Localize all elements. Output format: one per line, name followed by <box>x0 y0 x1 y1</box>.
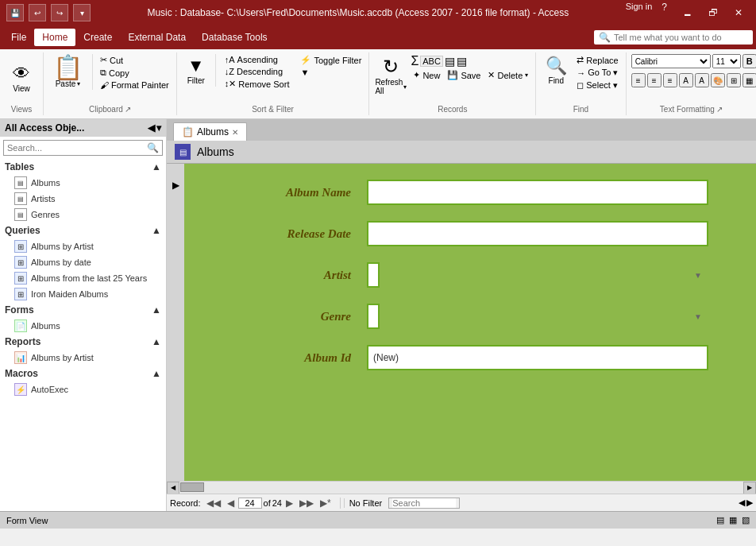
undo-btn[interactable]: ↩ <box>29 4 46 21</box>
menu-file[interactable]: File <box>3 29 34 46</box>
sidebar-section-queries[interactable]: Queries ▲ <box>0 223 166 238</box>
select-icon: ◻ <box>577 80 584 91</box>
filter-label: Filter <box>187 76 205 85</box>
clipboard-content: 📋 Paste ▾ ✂ Cut ⧉ Copy 🖌 <box>48 54 172 103</box>
text-formatting-content: Calibri 11 B I U ≡ ≡ ≡ A A 🎨 ⊞ ▦ <box>631 54 751 103</box>
filter-btn[interactable]: ▼ Filter <box>182 54 210 87</box>
menu-search-input[interactable] <box>614 33 748 42</box>
sidebar-item-albums-by-artist-query[interactable]: ⊞ Albums by Artist <box>0 238 166 254</box>
more-records-icon: ▤ <box>445 55 455 68</box>
filter-icon: ▼ <box>187 56 205 76</box>
format-painter-btn[interactable]: 🖌 Format Painter <box>98 79 172 91</box>
sidebar-section-reports[interactable]: Reports ▲ <box>0 334 166 350</box>
paste-dropdown-arrow[interactable]: ▾ <box>77 80 80 87</box>
record-new-btn[interactable]: ▶* <box>318 498 334 509</box>
maximize-btn[interactable]: 🗗 <box>702 2 724 24</box>
no-filter-label: No Filter <box>349 498 383 508</box>
minimize-btn[interactable]: 🗕 <box>677 2 699 24</box>
scroll-left-btn[interactable]: ◀ <box>167 482 179 494</box>
highlight-btn[interactable]: A <box>695 73 709 87</box>
sidebar-item-iron-maiden-query[interactable]: ⊞ Iron Maiden Albums <box>0 286 166 302</box>
bg-color-btn[interactable]: 🎨 <box>711 73 725 87</box>
find-btn[interactable]: 🔍 Find <box>541 54 571 87</box>
descending-btn[interactable]: ↓Z Descending <box>222 66 292 77</box>
content-area: 📋 Albums ✕ ▤ Albums ▶ Album Name <box>167 119 756 511</box>
record-search-input[interactable] <box>392 498 456 508</box>
sidebar-item-genres-table[interactable]: ▤ Genres <box>0 207 166 223</box>
select-btn[interactable]: ◻ Select ▾ <box>574 79 620 91</box>
sidebar-pin-icon[interactable]: ◀ <box>148 122 155 134</box>
align-left-btn[interactable]: ≡ <box>631 73 646 87</box>
album-name-input[interactable] <box>367 180 708 205</box>
font-color-btn[interactable]: A <box>679 73 693 87</box>
artist-select[interactable] <box>367 262 380 288</box>
spelling-icon: ABC <box>420 56 443 67</box>
status-icon-1[interactable]: ▤ <box>716 515 724 525</box>
new-record-btn[interactable]: ✦ New <box>411 69 442 81</box>
ribbon-group-views: 👁 View Views <box>0 52 44 115</box>
scroll-thumb[interactable] <box>180 482 204 492</box>
remove-sort-btn[interactable]: ↕✕ Remove Sort <box>222 78 292 90</box>
sidebar-item-albums-by-date-query[interactable]: ⊞ Albums by date <box>0 254 166 270</box>
align-right-btn[interactable]: ≡ <box>663 73 677 87</box>
status-icon-3[interactable]: ▧ <box>742 515 750 525</box>
menu-database-tools[interactable]: Database Tools <box>194 29 276 46</box>
help-btn[interactable]: ? <box>662 2 667 24</box>
record-prev-btn[interactable]: ◀ <box>225 498 237 509</box>
view-btn[interactable]: 👁 View <box>7 64 36 95</box>
customize-btn[interactable]: ▾ <box>73 4 91 21</box>
genre-select[interactable] <box>367 304 380 329</box>
refresh-all-btn[interactable]: ↻ Refresh All ▾ <box>374 54 407 97</box>
clipboard-expand-icon[interactable]: ↗ <box>125 105 131 114</box>
filter-options-btn[interactable]: ▼ <box>298 67 364 78</box>
scroll-track[interactable] <box>179 482 743 494</box>
sidebar-section-macros[interactable]: Macros ▲ <box>0 366 166 381</box>
menu-create[interactable]: Create <box>75 29 120 46</box>
sidebar-options-icon[interactable]: ▾ <box>156 122 161 134</box>
align-center-btn[interactable]: ≡ <box>647 73 662 87</box>
scroll-right-icon[interactable]: ▶ <box>746 498 753 508</box>
goto-btn[interactable]: → Go To ▾ <box>574 67 620 79</box>
sidebar-section-tables[interactable]: Tables ▲ <box>0 159 166 175</box>
sidebar-item-albums-table[interactable]: ▤ Albums <box>0 175 166 191</box>
tab-close-btn[interactable]: ✕ <box>232 128 238 137</box>
descending-label: Descending <box>237 67 283 76</box>
font-family-select[interactable]: Calibri <box>631 54 711 68</box>
gridlines-btn[interactable]: ⊞ <box>727 73 741 87</box>
sidebar-item-albums-25years-query[interactable]: ⊞ Albums from the last 25 Years <box>0 270 166 286</box>
sidebar-search-input[interactable] <box>7 143 147 153</box>
sidebar-item-albums-form[interactable]: 📄 Albums <box>0 318 166 334</box>
ascending-btn[interactable]: ↑A Ascending <box>222 54 292 65</box>
toggle-filter-btn[interactable]: ⚡ Toggle Filter <box>298 54 364 66</box>
records-col: Σ ABC ▤ ▤ ✦ New 💾 Save ✕ <box>411 54 530 81</box>
albums-tab[interactable]: 📋 Albums ✕ <box>173 122 247 141</box>
replace-btn[interactable]: ⇄ Replace <box>574 54 620 66</box>
record-current-input[interactable] <box>238 498 262 509</box>
status-icon-2[interactable]: ▦ <box>729 515 737 525</box>
sidebar-item-albums-by-artist-report[interactable]: 📊 Albums by Artist <box>0 350 166 366</box>
bold-btn[interactable]: B <box>742 54 756 68</box>
record-first-btn[interactable]: ◀◀ <box>204 498 223 509</box>
title-bar: 💾 ↩ ↪ ▾ Music : Database- C:\Users\Fred\… <box>0 0 756 25</box>
sidebar-item-artists-table[interactable]: ▤ Artists <box>0 191 166 207</box>
menu-home[interactable]: Home <box>34 29 75 46</box>
copy-btn[interactable]: ⧉ Copy <box>98 67 172 79</box>
paste-btn[interactable]: 📋 Paste ▾ <box>48 54 87 90</box>
scroll-right-btn[interactable]: ▶ <box>743 482 756 494</box>
redo-btn[interactable]: ↪ <box>51 4 68 21</box>
sidebar-item-autoexec-macro[interactable]: ⚡ AutoExec <box>0 381 166 397</box>
save-record-btn[interactable]: 💾 Save <box>445 69 483 81</box>
record-next-btn[interactable]: ▶ <box>284 498 295 509</box>
close-btn[interactable]: ✕ <box>727 2 750 24</box>
delete-record-btn[interactable]: ✕ Delete ▾ <box>485 69 530 81</box>
menu-external-data[interactable]: External Data <box>120 29 194 46</box>
sign-in-btn[interactable]: Sign in <box>626 2 653 24</box>
quick-save-btn[interactable]: 💾 <box>6 4 24 21</box>
font-size-select[interactable]: 11 <box>712 54 741 68</box>
cut-btn[interactable]: ✂ Cut <box>98 54 172 66</box>
scroll-left-icon[interactable]: ◀ <box>739 498 745 508</box>
record-last-btn[interactable]: ▶▶ <box>297 498 316 509</box>
release-date-input[interactable] <box>367 221 708 246</box>
sidebar-section-forms[interactable]: Forms ▲ <box>0 302 166 318</box>
alt-row-btn[interactable]: ▦ <box>742 73 756 87</box>
